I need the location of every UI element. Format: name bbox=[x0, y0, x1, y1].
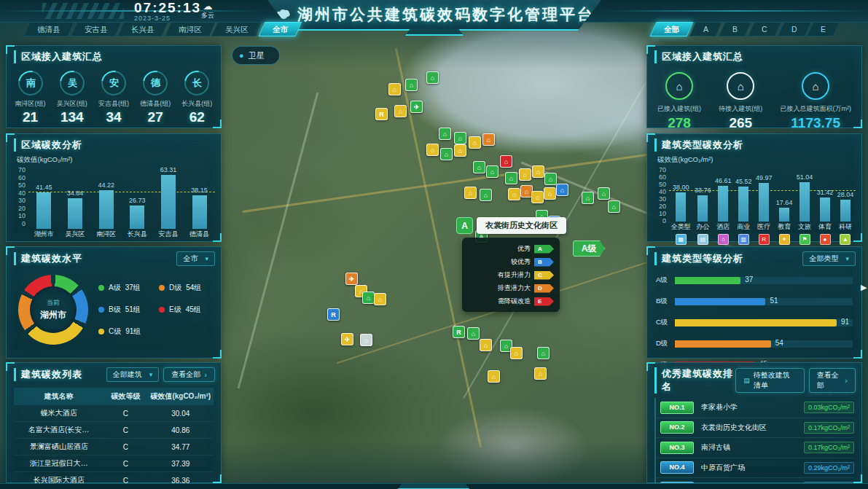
building-marker[interactable]: ⌂ bbox=[544, 187, 556, 200]
legend-label: B级 bbox=[109, 305, 121, 315]
building-marker[interactable]: ⌂ bbox=[473, 161, 485, 173]
building-marker[interactable]: ⌂ bbox=[464, 187, 477, 199]
building-marker[interactable]: ⌂ bbox=[480, 189, 492, 201]
bar-column: 17.64教育✦ bbox=[776, 166, 793, 245]
building-marker[interactable]: ⌂ bbox=[454, 144, 466, 157]
building-marker[interactable]: ⌂ bbox=[532, 165, 544, 178]
building-marker[interactable]: ⌂ bbox=[556, 184, 568, 196]
building-marker[interactable]: ⌂ bbox=[486, 165, 498, 178]
donut-center-value: 湖州市 bbox=[40, 309, 66, 321]
building-glyph: ⌂ bbox=[738, 80, 744, 93]
tab-region-南浔区[interactable]: 南浔区 bbox=[164, 22, 215, 36]
next-page-arrow[interactable]: ▶ bbox=[861, 283, 867, 292]
building-marker[interactable]: ⌂ bbox=[467, 327, 480, 340]
tab-grade-A[interactable]: A bbox=[689, 22, 723, 36]
ranking-row[interactable]: NO.1李家巷小学0.03kgCO₂/m² bbox=[654, 398, 854, 418]
legend-dot-icon bbox=[98, 307, 104, 313]
tab-region-长兴县[interactable]: 长兴县 bbox=[117, 22, 168, 36]
bar-category: 文旅 bbox=[798, 222, 811, 232]
building-marker[interactable]: ⌂ bbox=[360, 334, 372, 346]
building-marker[interactable]: ⌂ bbox=[488, 370, 500, 383]
building-marker[interactable]: ✈ bbox=[341, 333, 353, 345]
ranking-row[interactable]: NO.2衣裳街历史文化街区0.17kgCO₂/m² bbox=[654, 418, 854, 439]
tab-grade-C[interactable]: C bbox=[748, 22, 781, 36]
building-marker[interactable]: ⌂ bbox=[405, 79, 418, 91]
legend-dot-icon bbox=[159, 285, 165, 291]
building-marker[interactable]: ⌂ bbox=[608, 200, 620, 213]
bar-column: 26.73长兴县 bbox=[128, 166, 147, 239]
legend-value: 37组 bbox=[125, 283, 141, 293]
bar bbox=[697, 195, 708, 222]
tab-region-全市[interactable]: 全市 bbox=[258, 22, 302, 36]
dashboard: ⌂⌂⌂R⌂✈⌂⌂⌂⌂⌂⌂⌂⌂⌂⌂⌂⌂⌂⌂⌂⌂⌂⌂⌂⌂⌂⌂⌂⌂⌂⌂A✈⌂R⌂⌂✈⌂… bbox=[0, 0, 868, 489]
region-ring-icon: 安 bbox=[96, 66, 130, 100]
rectify-list-button[interactable]: ▤ 待整改建筑清单 bbox=[735, 368, 804, 393]
building-marker[interactable]: ⌂ bbox=[439, 128, 451, 140]
satellite-layer-toggle[interactable]: ● 卫星 bbox=[232, 46, 280, 65]
table-row[interactable]: 名富大酒店(长安…C40.86 bbox=[14, 422, 214, 439]
table-row[interactable]: 浙江皇冠假日大…C37.39 bbox=[14, 455, 214, 472]
building-marker[interactable]: ⌂ bbox=[510, 347, 523, 359]
building-marker[interactable]: ⌂ bbox=[519, 168, 531, 181]
bar-column: 46.61酒店⌂ bbox=[715, 166, 732, 245]
building-marker[interactable]: ⌂ bbox=[482, 133, 495, 146]
ranking-row[interactable]: NO.4中原百货广场0.29kgCO₂/m² bbox=[654, 458, 854, 479]
table-row[interactable]: 景澜富硒山居酒店C34.77 bbox=[14, 439, 214, 455]
building-marker[interactable]: ⌂ bbox=[544, 173, 557, 185]
grade-a-badge: A级 bbox=[573, 240, 605, 257]
bar bbox=[759, 183, 769, 222]
building-marker[interactable]: ⌂ bbox=[505, 172, 517, 184]
donut-legend-item: B级51组 bbox=[98, 305, 156, 315]
building-marker[interactable]: ⌂ bbox=[531, 191, 544, 203]
bar-column: 41.45湖州市 bbox=[34, 166, 54, 239]
y-axis-label: 碳效值(kgCO₂/m²) bbox=[17, 155, 221, 165]
view-all-button[interactable]: 查看全部 › bbox=[809, 368, 856, 393]
region-label: 吴兴区(组) bbox=[52, 99, 93, 109]
view-all-button[interactable]: 查看全部 › bbox=[163, 367, 215, 382]
building-marker[interactable]: ⌂ bbox=[469, 136, 481, 149]
building-marker[interactable]: R bbox=[327, 308, 340, 321]
tab-grade-E[interactable]: E bbox=[807, 22, 840, 36]
building-name: 景澜富硒山居酒店 bbox=[14, 442, 103, 452]
building-marker[interactable]: ⌂ bbox=[534, 367, 547, 380]
building-marker[interactable]: ⌂ bbox=[582, 192, 594, 204]
building-marker[interactable]: ⌂ bbox=[480, 339, 492, 351]
stat-value: 1173.75 bbox=[780, 115, 851, 131]
satellite-toggle-label: 卫星 bbox=[249, 50, 265, 61]
tab-grade-全部[interactable]: 全部 bbox=[650, 22, 694, 36]
column-header: 建筑名称 bbox=[14, 391, 103, 402]
building-marker[interactable]: ⌂ bbox=[508, 188, 520, 200]
city-scope-dropdown[interactable]: 全市 ▾ bbox=[176, 251, 215, 266]
building-marker[interactable]: R bbox=[453, 326, 465, 338]
building-marker[interactable]: ⌂ bbox=[598, 187, 610, 200]
building-marker[interactable]: ⌂ bbox=[362, 292, 375, 304]
tab-region-安吉县[interactable]: 安吉县 bbox=[70, 22, 121, 36]
building-marker[interactable]: ✈ bbox=[410, 101, 423, 113]
building-marker[interactable]: ✈ bbox=[345, 273, 358, 285]
table-row[interactable]: 蝶米大酒店C30.04 bbox=[14, 405, 214, 422]
tab-grade-D[interactable]: D bbox=[777, 22, 810, 36]
building-marker[interactable]: ⌂ bbox=[426, 71, 439, 84]
chevron-down-icon: ▾ bbox=[845, 255, 849, 262]
building-marker[interactable]: R bbox=[375, 108, 388, 120]
building-marker[interactable]: ⌂ bbox=[500, 155, 512, 168]
building-marker[interactable]: ⌂ bbox=[454, 132, 466, 144]
building-marker[interactable]: ⌂ bbox=[388, 83, 401, 95]
type-filter-dropdown[interactable]: 全部类型 ▾ bbox=[802, 251, 856, 266]
building-filter-dropdown[interactable]: 全部建筑 ▾ bbox=[106, 367, 160, 382]
bar-value: 49.97 bbox=[756, 174, 773, 181]
panel-building-carbon-list: 建筑碳效列表 全部建筑 ▾ 查看全部 › 建筑名称碳效等级碳效值(kgCO₂/m… bbox=[6, 362, 222, 483]
bar bbox=[676, 192, 686, 222]
bar-category: 教育 bbox=[778, 222, 791, 232]
building-marker[interactable]: ⌂ bbox=[394, 105, 407, 117]
tab-grade-B[interactable]: B bbox=[719, 22, 752, 36]
building-marker[interactable]: ⌂ bbox=[537, 347, 550, 359]
tab-region-德清县[interactable]: 德清县 bbox=[23, 22, 74, 36]
ranking-carbon-value: 0.03kgCO₂/m² bbox=[804, 402, 854, 413]
building-marker[interactable]: ⌂ bbox=[426, 144, 439, 156]
bar-value: 45.52 bbox=[735, 178, 752, 185]
building-marker[interactable]: ⌂ bbox=[374, 293, 386, 305]
tab-region-吴兴区[interactable]: 吴兴区 bbox=[211, 22, 262, 36]
ranking-row[interactable]: NO.3南浔古镇0.17kgCO₂/m² bbox=[654, 438, 854, 458]
building-marker[interactable]: ⌂ bbox=[440, 148, 453, 160]
